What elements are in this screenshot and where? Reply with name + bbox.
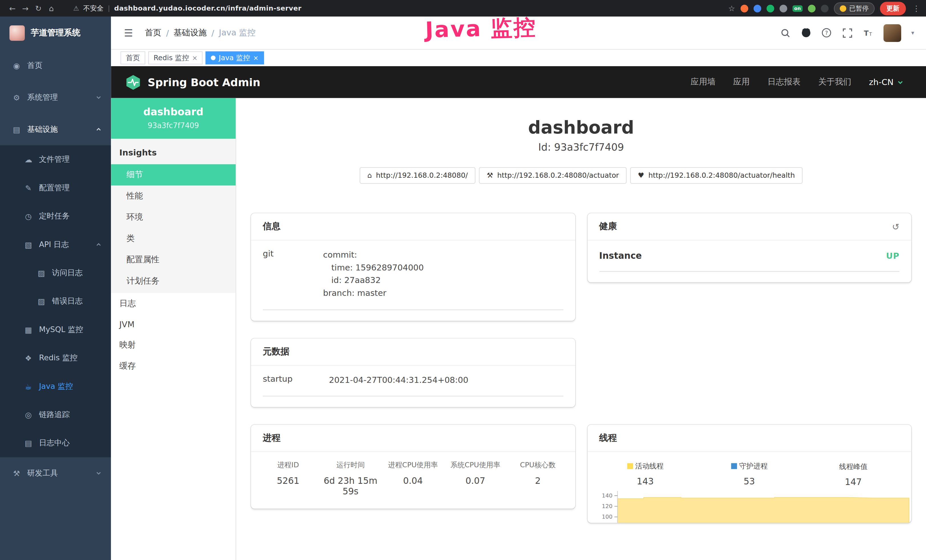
git-branch: branch: master [323, 287, 563, 300]
address-bar[interactable]: ⚠ 不安全 | dashboard.yudao.iocoder.cn/infra… [73, 4, 301, 12]
font-size-icon[interactable]: TT [863, 27, 873, 38]
sba-item-mappings[interactable]: 映射 [111, 334, 236, 356]
tag-redis-monitor[interactable]: Redis 监控 × [148, 51, 203, 65]
sidebar-item-trace[interactable]: ◎ 链路追踪 [0, 401, 111, 429]
browser-chrome: ← → ↻ ⌂ ⚠ 不安全 | dashboard.yudao.iocoder.… [0, 0, 926, 17]
tag-java-monitor[interactable]: Java 监控 × [206, 51, 264, 65]
sidebar-item-home[interactable]: ◉ 首页 [0, 50, 111, 82]
history-icon[interactable]: ↺ [892, 221, 899, 232]
link-url: http://192.168.0.2:48080/ [376, 171, 468, 180]
col-header: 进程CPU使用率 [382, 460, 444, 471]
sidebar-item-log-center[interactable]: ▤ 日志中心 [0, 429, 111, 457]
bookmark-star-icon[interactable]: ☆ [728, 4, 735, 12]
clock-icon: ◷ [24, 212, 33, 221]
breadcrumb-home[interactable]: 首页 [145, 27, 162, 38]
sba-item-config-props[interactable]: 配置属性 [111, 249, 236, 271]
actuator-link[interactable]: ⚒ http://192.168.0.2:48080/actuator [479, 167, 627, 184]
health-link[interactable]: ♥ http://192.168.0.2:48080/actuator/heal… [630, 167, 803, 184]
legend-peak-threads: 线程峰值 147 [801, 460, 905, 487]
paused-badge[interactable]: 已暂停 [834, 2, 875, 14]
extension-sprout-icon[interactable] [808, 5, 816, 12]
sba-item-caches[interactable]: 缓存 [111, 356, 236, 377]
sba-nav-journal[interactable]: 日志报表 [767, 77, 800, 87]
user-avatar[interactable] [884, 24, 901, 42]
sba-nav-applications[interactable]: 应用 [733, 77, 750, 87]
git-commit-time: time: 1596289704000 [331, 262, 563, 274]
search-icon[interactable] [780, 27, 791, 38]
sidebar-item-mysql-monitor[interactable]: ▦ MySQL 监控 [0, 316, 111, 344]
home-icon[interactable]: ⌂ [45, 4, 58, 12]
paused-label: 已暂停 [849, 4, 869, 12]
hamburger-icon[interactable]: ☰ [119, 27, 138, 38]
forward-icon[interactable]: → [19, 4, 32, 12]
url-text[interactable]: dashboard.yudao.iocoder.cn/infra/admin-s… [114, 4, 301, 12]
sba-item-scheduled-tasks[interactable]: 计划任务 [111, 271, 236, 292]
legend-text: 线程峰值 [839, 462, 867, 472]
sba-item-environment[interactable]: 环境 [111, 207, 236, 228]
infra-submenu: ☁ 文件管理 ✎ 配置管理 ◷ 定时任务 ▧ API 日志 ▨ [0, 145, 111, 457]
sba-item-jvm[interactable]: JVM [111, 314, 236, 334]
info-card-header: 信息 [251, 213, 575, 241]
tag-close-icon[interactable]: × [192, 54, 197, 62]
threads-legend: 活动线程 143 守护进程 [587, 452, 911, 487]
fullscreen-icon[interactable] [842, 27, 853, 38]
sidebar-item-file-mgmt[interactable]: ☁ 文件管理 [0, 145, 111, 173]
app-logo[interactable]: 芋道管理系统 [0, 17, 111, 50]
extension-green-icon[interactable] [766, 5, 774, 12]
sidebar-item-api-logs[interactable]: ▧ API 日志 [0, 230, 111, 259]
extensions-puzzle-icon[interactable] [821, 5, 828, 12]
sba-item-classes[interactable]: 类 [111, 228, 236, 249]
breadcrumb-infra[interactable]: 基础设施 [174, 27, 207, 38]
sidebar-item-redis-monitor[interactable]: ❖ Redis 监控 [0, 344, 111, 372]
sba-brand[interactable]: Spring Boot Admin [125, 74, 260, 90]
status-badge: UP [886, 251, 899, 260]
help-icon[interactable]: ? [822, 27, 832, 38]
extension-on-badge[interactable]: on [793, 5, 803, 12]
sidebar-item-label: 定时任务 [39, 211, 70, 221]
github-icon[interactable] [801, 27, 811, 38]
update-button[interactable]: 更新 [880, 2, 906, 15]
reload-icon[interactable]: ↻ [32, 4, 45, 12]
sidebar-item-label: Java 监控 [39, 381, 73, 392]
sba-nav-wallboard[interactable]: 应用墙 [691, 77, 716, 87]
extension-fox-icon[interactable] [740, 5, 748, 12]
instance-links: ⌂ http://192.168.0.2:48080/ ⚒ http://192… [236, 167, 926, 184]
sidebar-item-error-logs[interactable]: ▨ 错误日志 [0, 287, 111, 315]
process-card-header: 进程 [251, 425, 575, 452]
heart-icon: ♥ [638, 171, 644, 180]
browser-menu-icon[interactable]: ⋮ [912, 4, 920, 12]
edit-icon: ✎ [24, 183, 33, 192]
instance-home-link[interactable]: ⌂ http://192.168.0.2:48080/ [360, 167, 475, 184]
legend-label: 守护进程 [731, 461, 767, 471]
sidebar-item-access-logs[interactable]: ▨ 访问日志 [0, 259, 111, 287]
sidebar-item-infra[interactable]: ▤ 基础设施 [0, 114, 111, 145]
sba-item-logs[interactable]: 日志 [111, 293, 236, 314]
health-card-header: 健康 ↺ [587, 213, 911, 241]
tag-home[interactable]: 首页 [120, 51, 145, 65]
process-card: 进程 进程ID 5261 运行时间 6d 23h 15m [251, 425, 575, 509]
log-icon: ▧ [24, 240, 33, 249]
sidebar-item-dev-tools[interactable]: ⚒ 研发工具 [0, 457, 111, 489]
back-icon[interactable]: ← [6, 4, 19, 12]
sba-nav-about[interactable]: 关于我们 [818, 77, 851, 87]
sba-item-details[interactable]: 细节 [111, 164, 236, 186]
tag-close-icon[interactable]: × [253, 54, 259, 62]
cloud-icon: ☁ [24, 155, 33, 164]
gear-icon: ⚙ [12, 93, 21, 102]
sba-instance-header[interactable]: dashboard 93a3fc7f7409 [111, 98, 236, 139]
sidebar-item-label: 日志中心 [39, 437, 70, 448]
chrome-toolbar-right: ☆ on 已暂停 更新 ⋮ [728, 2, 920, 15]
sidebar-item-scheduled-jobs[interactable]: ◷ 定时任务 [0, 202, 111, 230]
sba-item-performance[interactable]: 性能 [111, 185, 236, 207]
col-value: 0.04 [382, 476, 444, 486]
chevron-down-icon [897, 79, 904, 85]
sidebar-item-system-mgmt[interactable]: ⚙ 系统管理 [0, 82, 111, 114]
avatar-caret-icon[interactable]: ▾ [911, 30, 914, 36]
sidebar-item-config-mgmt[interactable]: ✎ 配置管理 [0, 174, 111, 202]
tools-icon: ⚒ [12, 469, 21, 478]
extension-blue-icon[interactable] [754, 5, 761, 12]
sba-locale-select[interactable]: zh-CN [869, 77, 903, 87]
sidebar-item-label: 错误日志 [52, 296, 83, 306]
sidebar-item-java-monitor[interactable]: ☕ Java 监控 [0, 372, 111, 401]
extension-grid-icon[interactable] [779, 5, 787, 12]
